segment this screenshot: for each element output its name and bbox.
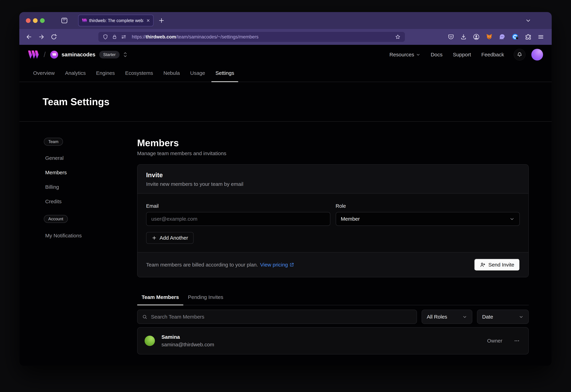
- account-icon[interactable]: [473, 33, 480, 40]
- tab-close-icon[interactable]: [146, 18, 150, 23]
- nav-tab-nebula[interactable]: Nebula: [158, 64, 185, 82]
- nav-tab-analytics[interactable]: Analytics: [60, 64, 91, 82]
- browser-tab[interactable]: thirdweb: The complete web3 de: [78, 15, 153, 26]
- nav-tab-ecosystems[interactable]: Ecosystems: [120, 64, 158, 82]
- sidebar-item-credits[interactable]: Credits: [44, 194, 137, 209]
- tab-team-members[interactable]: Team Members: [137, 289, 183, 305]
- browser-tab-bar: thirdweb: The complete web3 de: [19, 12, 552, 29]
- role-select[interactable]: Member: [336, 212, 520, 226]
- sidebar-section-team: Team: [44, 138, 63, 146]
- search-icon: [142, 314, 147, 320]
- send-invite-button[interactable]: Send Invite: [474, 259, 520, 271]
- role-label: Role: [336, 203, 520, 209]
- thirdweb-logo[interactable]: [28, 51, 39, 59]
- firefox-view-icon[interactable]: [60, 17, 68, 24]
- permissions-icon[interactable]: [121, 34, 127, 40]
- user-avatar[interactable]: [531, 49, 543, 60]
- members-tabs: Team Members Pending Invites: [137, 289, 529, 305]
- sidebar-item-members[interactable]: Members: [44, 165, 137, 180]
- back-icon[interactable]: [26, 33, 32, 40]
- email-label: Email: [146, 203, 330, 209]
- metamask-icon[interactable]: [486, 33, 493, 40]
- add-another-button[interactable]: Add Another: [146, 232, 193, 244]
- member-email: samina@thirdweb.com: [161, 342, 214, 348]
- dashboard-nav: Overview Analytics Engines Ecosystems Ne…: [19, 64, 552, 82]
- sidebar-item-my-notifications[interactable]: My Notifications: [44, 228, 137, 243]
- url-bar[interactable]: https://thirdweb.com/team/saminacodes/~/…: [98, 32, 405, 42]
- nav-tab-usage[interactable]: Usage: [185, 64, 210, 82]
- nav-tab-overview[interactable]: Overview: [28, 64, 60, 82]
- members-panel: Members Manage team members and invitati…: [137, 122, 529, 354]
- downloads-icon[interactable]: [460, 34, 467, 40]
- view-pricing-link[interactable]: View pricing: [260, 262, 294, 268]
- url-text: https://thirdweb.com/team/saminacodes/~/…: [132, 34, 259, 40]
- plus-icon: [152, 235, 157, 240]
- forward-icon[interactable]: [38, 33, 45, 40]
- zoom-window-button[interactable]: [40, 18, 45, 23]
- invite-card-footer: Team members are billed according to you…: [137, 252, 528, 277]
- tab-pending-invites[interactable]: Pending Invites: [183, 289, 228, 305]
- reload-icon[interactable]: [50, 33, 57, 40]
- chevron-down-icon: [519, 314, 524, 319]
- sidebar-section-account: Account: [44, 215, 68, 223]
- notifications-bell-icon[interactable]: [514, 49, 526, 60]
- site-header: / saminacodes Starter Resources: [19, 45, 552, 64]
- page-title-band: Team Settings: [19, 82, 552, 122]
- breadcrumb-slash: /: [44, 51, 46, 59]
- menu-hamburger-icon[interactable]: [538, 34, 544, 40]
- new-tab-icon[interactable]: [158, 17, 165, 24]
- team-switcher-icon[interactable]: [123, 51, 128, 58]
- desktop-background: thirdweb: The complete web3 de: [0, 0, 571, 392]
- nav-tab-settings[interactable]: Settings: [210, 64, 239, 82]
- close-window-button[interactable]: [26, 18, 30, 23]
- bookmark-star-icon[interactable]: [395, 34, 401, 40]
- search-box[interactable]: [137, 310, 417, 324]
- chevron-down-icon: [416, 52, 420, 57]
- user-plus-icon: [480, 262, 486, 268]
- tab-title: thirdweb: The complete web3 de: [89, 18, 144, 23]
- members-subtitle: Manage team members and invitations: [137, 151, 529, 156]
- phantom-icon[interactable]: [499, 33, 506, 40]
- external-link-icon: [289, 262, 294, 267]
- email-field[interactable]: [146, 212, 330, 226]
- row-menu-ellipsis-icon[interactable]: [513, 337, 520, 344]
- invite-form: Email Role Member: [137, 193, 528, 252]
- sidebar-item-billing[interactable]: Billing: [44, 180, 137, 194]
- sidebar-item-general[interactable]: General: [44, 151, 137, 165]
- member-name: Samina: [161, 334, 214, 340]
- minimize-window-button[interactable]: [33, 18, 38, 23]
- chevron-down-icon: [509, 216, 515, 222]
- member-avatar: [145, 336, 155, 346]
- extensions-puzzle-icon[interactable]: [525, 34, 531, 40]
- members-title: Members: [137, 137, 529, 148]
- chevron-down-icon: [462, 314, 467, 319]
- onepassword-icon[interactable]: [512, 33, 519, 41]
- window-controls: [26, 18, 45, 23]
- support-link[interactable]: Support: [453, 52, 471, 57]
- pocket-icon[interactable]: [448, 34, 454, 40]
- date-sort-select[interactable]: Date: [477, 310, 529, 324]
- thirdweb-dashboard: / saminacodes Starter Resources: [19, 45, 552, 366]
- page-title: Team Settings: [43, 96, 110, 107]
- team-avatar[interactable]: [50, 51, 58, 59]
- invite-title: Invite: [146, 171, 520, 179]
- browser-toolbar: https://thirdweb.com/team/saminacodes/~/…: [19, 29, 552, 45]
- invite-subtitle: Invite new members to your team by email: [146, 181, 520, 187]
- invite-card: Invite Invite new members to your team b…: [137, 164, 529, 277]
- resources-menu[interactable]: Resources: [389, 52, 420, 57]
- shield-icon[interactable]: [102, 34, 108, 40]
- search-input[interactable]: [151, 314, 412, 320]
- docs-link[interactable]: Docs: [431, 52, 442, 57]
- plan-badge: Starter: [99, 51, 119, 58]
- thirdweb-favicon-icon: [82, 18, 87, 23]
- members-filters: All Roles Date: [137, 310, 529, 324]
- role-filter-select[interactable]: All Roles: [422, 310, 472, 324]
- nav-tab-engines[interactable]: Engines: [91, 64, 120, 82]
- team-name[interactable]: saminacodes: [62, 52, 95, 58]
- list-all-tabs-icon[interactable]: [525, 17, 531, 24]
- feedback-link[interactable]: Feedback: [481, 52, 504, 57]
- member-row: Samina samina@thirdweb.com Owner: [137, 327, 529, 354]
- browser-window: thirdweb: The complete web3 de: [19, 12, 552, 366]
- lock-icon[interactable]: [112, 34, 117, 40]
- settings-sidebar: Team General Members Billing Credits Acc…: [19, 122, 137, 354]
